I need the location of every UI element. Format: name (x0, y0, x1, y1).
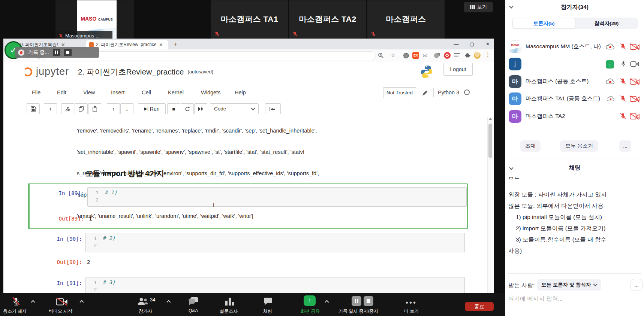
participant-row[interactable]: 마 마소캠퍼스 (공동 호스트) (505, 74, 644, 90)
poll-button-label[interactable]: 설문조사 (220, 308, 238, 315)
tab-panelists[interactable]: 토론자(5) (513, 18, 575, 28)
participants-button-label[interactable]: 참가자 (139, 308, 152, 315)
run-button[interactable]: ▶|Run (138, 103, 166, 114)
video-button-label[interactable]: 비디오 시작 (49, 308, 72, 315)
qa-icon[interactable] (188, 297, 199, 306)
edit-pencil-icon[interactable] (422, 90, 428, 96)
save-button[interactable] (27, 103, 40, 114)
record-pause-button[interactable] (352, 296, 361, 306)
chat-input[interactable]: 여기에 메시지 입력... (508, 295, 563, 303)
mute-all-button[interactable]: 모두 음소거 (560, 140, 598, 152)
poll-icon[interactable] (225, 297, 235, 306)
qa-button-label[interactable]: Q&A (189, 308, 198, 313)
extension-ex-icon[interactable]: EX (412, 52, 419, 59)
record-button-label[interactable]: 기록 일시 중지/중지 (338, 308, 378, 315)
code-input-area[interactable]: 12 # 1) (87, 187, 467, 207)
participant-row[interactable]: MASO Masocampus MM (호스트, 나) (505, 39, 644, 55)
command-palette-button[interactable] (265, 103, 281, 114)
menu-cell[interactable]: Cell (142, 89, 151, 95)
tab-close-icon[interactable]: ✕ (159, 42, 163, 48)
code-cell-91[interactable]: In [91]: 12 # 3) (28, 275, 468, 293)
start-video-icon[interactable] (55, 298, 68, 306)
participants-options-chevron-icon[interactable] (166, 300, 171, 304)
share-options-chevron-icon[interactable] (325, 300, 329, 304)
menu-widgets[interactable]: Widgets (201, 89, 220, 95)
tab-attendees[interactable]: 참석자(29) (576, 18, 637, 29)
notebook-scrollbar[interactable] (487, 117, 493, 293)
recording-stop-button[interactable] (64, 49, 72, 56)
video-tile-masocampus2[interactable]: 마소캠퍼스 (367, 0, 445, 40)
unmute-icon[interactable] (11, 296, 21, 307)
window-maximize-button[interactable]: ▢ (464, 39, 479, 49)
scrollbar-thumb[interactable] (488, 124, 492, 158)
window-minimize-button[interactable]: — (449, 39, 464, 49)
menu-insert[interactable]: Insert (111, 89, 124, 95)
record-stop-button[interactable] (364, 296, 373, 306)
extension-gears-icon[interactable] (434, 53, 439, 58)
view-button[interactable]: 보기 (464, 2, 493, 12)
profile-avatar[interactable] (474, 52, 481, 59)
move-cell-down-button[interactable]: ↓ (120, 103, 133, 114)
cell-type-select[interactable]: Code (210, 103, 259, 114)
extension-blocked-icon[interactable] (444, 52, 451, 59)
extension-mail-icon[interactable]: ✉ (423, 52, 427, 58)
menu-view[interactable]: View (83, 89, 95, 95)
mute-options-chevron-icon[interactable] (31, 300, 35, 304)
more-button-label[interactable]: 더 보기 (404, 308, 419, 315)
participants-icon[interactable] (137, 297, 148, 306)
chat-recipient-select[interactable]: 모든 토론자 및 참석자 (537, 279, 601, 291)
invite-button[interactable]: 초대 (520, 140, 541, 152)
video-tile-ta2[interactable]: 마소캠퍼스 TA2 (289, 0, 366, 40)
scrollbar-up-arrow-icon[interactable] (489, 118, 492, 120)
move-cell-up-button[interactable]: ↑ (107, 103, 120, 114)
code-cell-90[interactable]: In [90]: 12 # 2) Out[90]: 2 (28, 231, 468, 267)
participant-row[interactable]: 마 마소캠퍼스 TA1 (공동 호스트) (505, 91, 644, 107)
new-tab-button[interactable]: + (171, 40, 180, 49)
out-value: 1 (89, 216, 92, 222)
interrupt-kernel-button[interactable]: ■ (167, 103, 180, 114)
zoom-page-icon[interactable] (378, 52, 384, 58)
code-input-area[interactable]: 12 # 3) (85, 277, 465, 293)
extension-gear-icon[interactable] (403, 53, 409, 58)
kernel-name: Python 3 (438, 89, 459, 95)
menu-help[interactable]: Help (235, 89, 246, 95)
tab-close-icon[interactable]: ✕ (61, 42, 65, 48)
recording-pause-button[interactable] (53, 49, 60, 56)
video-tile-ta1[interactable]: 마소캠퍼스 TA1 (211, 0, 288, 40)
participant-row[interactable]: j ↑ (505, 56, 644, 73)
share-button-label[interactable]: 화면 공유 (301, 308, 320, 315)
more-options-icon[interactable]: ••• (406, 298, 417, 307)
notebook-title[interactable]: 2. 파이썬기초Review_practice (78, 67, 184, 77)
code-cell-89-selected[interactable]: In [89]: 12 # 1) I Out[89]: 1 (28, 183, 468, 229)
leave-meeting-button[interactable]: 종료 (465, 302, 494, 311)
menu-edit[interactable]: Edit (57, 89, 66, 95)
add-cell-button[interactable]: + (44, 103, 57, 114)
mute-button-label[interactable]: 음소거 해제 (3, 308, 27, 315)
code-input-area[interactable]: 12 # 2) (85, 233, 465, 252)
participants-more-button[interactable]: ... (619, 140, 631, 152)
reading-list-icon[interactable] (454, 53, 460, 58)
menu-kernel[interactable]: Kernel (168, 89, 184, 95)
chat-more-button[interactable]: ... (631, 279, 643, 291)
menu-file[interactable]: File (32, 89, 40, 95)
bookmark-star-icon[interactable]: ☆ (391, 52, 395, 59)
recording-overlay[interactable]: 기록 중... (15, 47, 99, 58)
chat-icon[interactable] (263, 297, 273, 306)
restart-run-all-button[interactable] (194, 103, 207, 114)
window-close-button[interactable]: ✕ (480, 39, 495, 49)
paste-cells-button[interactable] (88, 103, 101, 114)
logout-button[interactable]: Logout (443, 63, 473, 76)
browser-menu-kebab-icon[interactable]: ⋮ (485, 51, 491, 58)
recording-label: 기록 중... (28, 49, 49, 56)
share-screen-button[interactable]: ↑ (304, 295, 316, 306)
restart-kernel-button[interactable] (181, 103, 194, 114)
not-trusted-button[interactable]: Not Trusted (383, 87, 416, 98)
extensions-puzzle-icon[interactable] (465, 52, 470, 58)
jupyter-logo-text[interactable]: jupyter (36, 66, 69, 78)
cut-cells-button[interactable] (61, 103, 74, 114)
video-options-chevron-icon[interactable] (79, 300, 84, 304)
participant-row[interactable]: 마 마소캠퍼스 TA2 (505, 109, 644, 125)
video-tile-masocampus[interactable]: MASO CAMPUS Masocampus ... (55, 0, 134, 40)
chat-button-label[interactable]: 채팅 (263, 308, 272, 315)
copy-cells-button[interactable] (75, 103, 88, 114)
